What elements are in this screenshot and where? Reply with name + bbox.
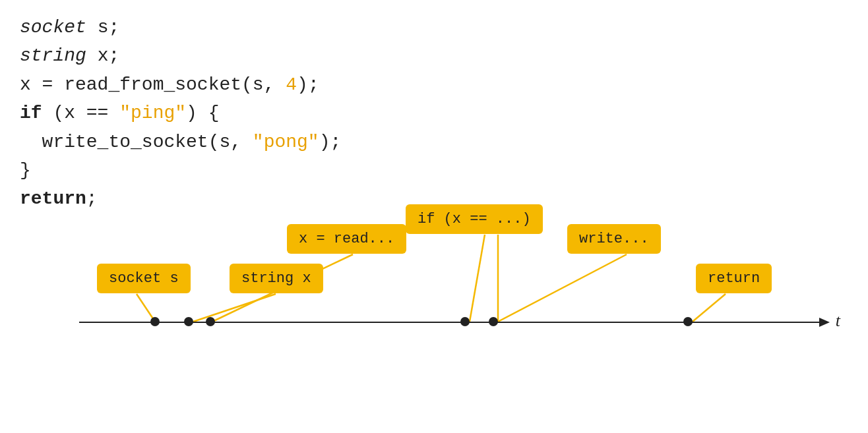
keyword-socket: socket: [20, 17, 86, 38]
code-line-2: string x;: [20, 42, 341, 70]
string-pong: "pong": [253, 132, 319, 152]
bubble-return: return: [696, 264, 772, 293]
code-line-6: }: [20, 156, 341, 185]
dot-write: [489, 317, 498, 326]
timeline-area: t socket s string x x = read... if (x ==…: [0, 204, 868, 433]
dot-read: [206, 317, 215, 326]
dot-string: [184, 317, 193, 326]
string-ping: "ping": [119, 103, 186, 123]
code-block: socket s; string x; x = read_from_socket…: [20, 13, 341, 214]
bubble-write: write...: [567, 224, 661, 254]
dot-if: [460, 317, 470, 326]
timeline-arrow: [819, 318, 830, 327]
code-line-3: x = read_from_socket(s, 4);: [20, 71, 341, 99]
code-line-5: write_to_socket(s, "pong");: [20, 128, 341, 156]
bubble-read: x = read...: [287, 224, 406, 254]
svg-line-6: [693, 294, 726, 322]
connectors-svg: [0, 204, 868, 433]
timeline-t-label: t: [836, 311, 840, 331]
svg-line-1: [193, 294, 276, 322]
keyword-string: string: [20, 45, 86, 66]
number-4: 4: [286, 74, 297, 95]
bubble-string-x: string x: [230, 264, 323, 293]
dot-socket: [150, 317, 160, 326]
dot-return: [683, 317, 693, 326]
code-line-1: socket s;: [20, 13, 341, 42]
code-line-4: if (x == "ping") {: [20, 99, 341, 127]
keyword-if: if: [20, 103, 42, 123]
svg-line-5: [498, 254, 627, 322]
bubble-socket-s: socket s: [97, 264, 191, 293]
svg-line-3: [470, 235, 485, 322]
bubble-if: if (x == ...): [406, 204, 543, 234]
